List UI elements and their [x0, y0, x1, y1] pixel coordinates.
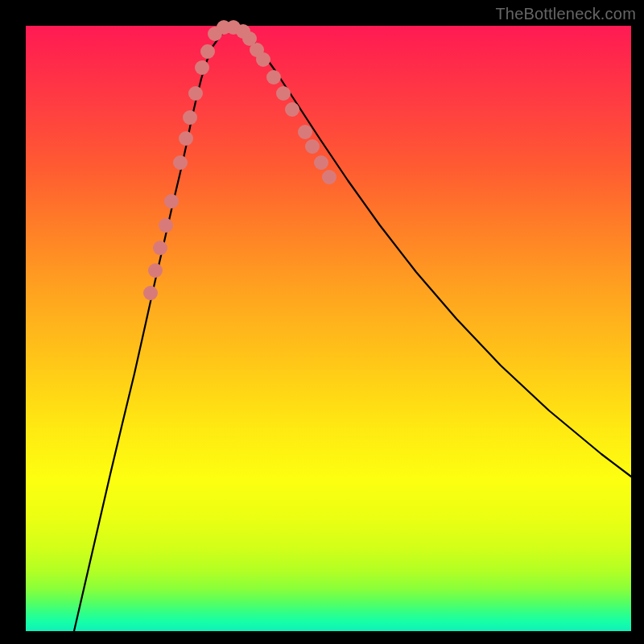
- highlight-dot: [298, 125, 312, 139]
- highlight-dot: [200, 44, 215, 59]
- highlight-dot: [305, 139, 320, 154]
- highlight-dot: [188, 86, 203, 101]
- chart-stage: TheBottleneck.com: [0, 0, 644, 644]
- highlight-dot: [179, 131, 193, 146]
- highlight-dot: [159, 218, 173, 233]
- highlight-dot: [276, 86, 291, 101]
- highlight-dot: [314, 155, 328, 170]
- plot-area: [26, 26, 631, 631]
- bottleneck-curve: [74, 27, 631, 631]
- highlight-dot: [153, 241, 167, 255]
- highlight-dot: [266, 70, 281, 85]
- highlight-dot: [256, 52, 270, 67]
- watermark-text: TheBottleneck.com: [495, 5, 636, 23]
- highlight-dot: [173, 155, 188, 170]
- highlight-dot: [148, 263, 163, 278]
- highlight-dot: [195, 60, 209, 75]
- highlight-dot: [285, 102, 299, 117]
- highlight-dot: [143, 286, 158, 300]
- highlight-dots: [143, 20, 336, 300]
- highlight-dot: [322, 170, 336, 184]
- highlight-dot: [164, 194, 179, 208]
- highlight-dot: [183, 110, 197, 125]
- chart-svg: [26, 26, 631, 631]
